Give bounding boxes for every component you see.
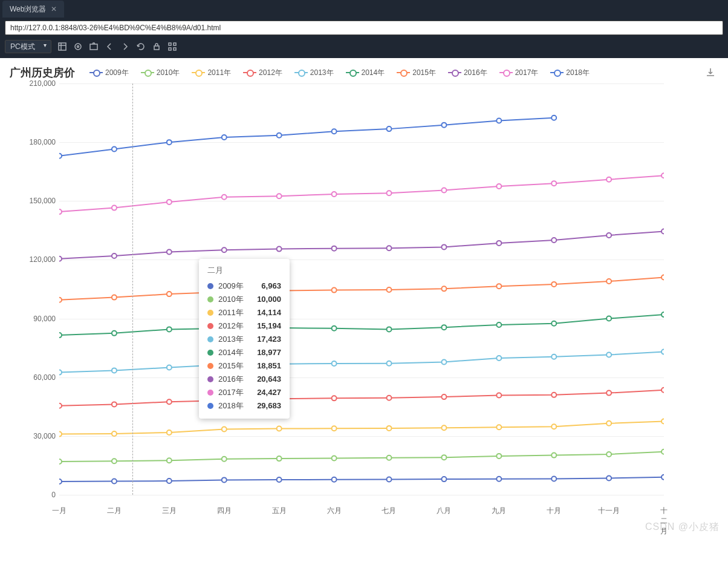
tooltip-value: 15,194 xyxy=(257,319,281,333)
forward-icon[interactable] xyxy=(120,42,130,51)
data-marker xyxy=(112,431,117,436)
data-marker xyxy=(167,478,172,483)
data-marker xyxy=(222,457,227,462)
tooltip-row: 2015年 18,851 xyxy=(207,359,281,373)
line-series xyxy=(59,452,664,462)
x-tick-label: 八月 xyxy=(437,506,451,516)
chart-header: 广州历史房价 2009年 2010年 2011年 2012年 2013年 201… xyxy=(6,63,716,83)
data-marker xyxy=(59,459,62,464)
gear-icon[interactable] xyxy=(73,42,83,51)
legend-item[interactable]: 2018年 xyxy=(550,68,590,78)
data-marker xyxy=(441,123,446,128)
data-marker xyxy=(59,370,62,375)
data-marker xyxy=(441,325,446,330)
data-marker xyxy=(332,396,337,400)
data-marker xyxy=(59,256,62,261)
qr-icon[interactable] xyxy=(167,42,177,51)
crosshair xyxy=(132,83,133,495)
legend-label: 2014年 xyxy=(362,68,385,78)
device-mode-select[interactable]: PC模式 xyxy=(5,40,51,53)
legend-item[interactable]: 2012年 xyxy=(243,68,282,78)
url-input[interactable] xyxy=(5,21,723,35)
data-marker xyxy=(222,135,227,140)
data-marker xyxy=(606,391,611,396)
data-marker xyxy=(332,361,337,366)
tooltip-dot xyxy=(207,336,213,342)
screenshot-icon[interactable] xyxy=(89,42,99,51)
data-marker xyxy=(386,327,391,331)
legend-item[interactable]: 2015年 xyxy=(397,68,436,78)
data-marker xyxy=(167,327,172,331)
refresh-icon[interactable] xyxy=(136,42,146,51)
data-marker xyxy=(167,399,172,404)
data-marker xyxy=(112,331,117,336)
download-icon[interactable] xyxy=(705,67,716,78)
legend-label: 2012年 xyxy=(259,68,282,78)
back-icon[interactable] xyxy=(105,42,114,51)
tooltip-dot xyxy=(207,283,213,289)
legend-label: 2017年 xyxy=(515,68,539,78)
tooltip-series-name: 2012年 xyxy=(218,319,244,333)
data-marker xyxy=(661,475,664,480)
data-marker xyxy=(222,477,227,482)
data-marker xyxy=(551,476,556,481)
data-marker xyxy=(112,295,117,300)
tooltip-value: 24,427 xyxy=(257,386,281,399)
legend-item[interactable]: 2017年 xyxy=(499,68,539,78)
legend-item[interactable]: 2013年 xyxy=(294,68,334,78)
svg-point-1 xyxy=(75,44,81,50)
data-marker xyxy=(59,298,62,302)
data-marker xyxy=(496,477,501,482)
data-marker xyxy=(496,322,501,327)
tooltip-row: 2013年 17,423 xyxy=(207,333,281,346)
tooltip: 二月 2009年 6,963 2010年 10,000 xyxy=(199,259,290,419)
legend-item[interactable]: 2016年 xyxy=(448,68,487,78)
close-icon[interactable]: ✕ xyxy=(51,5,57,13)
x-tick-label: 四月 xyxy=(217,506,232,516)
browser-tab[interactable]: Web浏览器 ✕ xyxy=(2,1,64,18)
tooltip-dot xyxy=(207,376,213,382)
data-marker xyxy=(441,188,446,192)
expand-icon[interactable] xyxy=(57,42,67,51)
legend-item[interactable]: 2014年 xyxy=(346,68,385,78)
data-marker xyxy=(386,191,391,195)
data-marker xyxy=(551,424,556,429)
y-tick-label: 60,000 xyxy=(33,373,56,382)
x-tick-label: 十一月 xyxy=(598,506,620,516)
tooltip-title: 二月 xyxy=(207,265,281,276)
legend-item[interactable]: 2011年 xyxy=(192,68,231,78)
data-marker xyxy=(386,477,391,482)
data-marker xyxy=(277,426,282,431)
data-marker xyxy=(496,241,501,246)
tooltip-series-name: 2016年 xyxy=(218,373,244,386)
y-tick-label: 30,000 xyxy=(33,432,56,440)
legend-marker xyxy=(448,70,461,76)
tooltip-dot xyxy=(207,323,213,329)
tooltip-value: 17,423 xyxy=(257,333,281,346)
legend-item[interactable]: 2009年 xyxy=(89,68,129,78)
data-marker xyxy=(606,352,611,357)
line-series xyxy=(59,477,664,482)
tooltip-series-name: 2009年 xyxy=(218,279,244,293)
legend-item[interactable]: 2010年 xyxy=(141,68,180,78)
x-tick-label: 十月 xyxy=(547,506,561,516)
data-marker xyxy=(606,452,611,457)
tooltip-value: 29,683 xyxy=(257,399,281,413)
legend-label: 2016年 xyxy=(464,68,487,78)
data-marker xyxy=(167,430,172,435)
tooltip-dot xyxy=(207,390,213,396)
y-tick-label: 180,000 xyxy=(30,138,56,146)
legend-marker xyxy=(243,70,256,76)
plot-area[interactable]: 030,00060,00090,000120,000150,000180,000… xyxy=(23,83,664,519)
svg-rect-5 xyxy=(169,43,171,45)
data-marker xyxy=(551,354,556,359)
tooltip-dot xyxy=(207,363,213,369)
lock-icon[interactable] xyxy=(152,42,161,51)
data-marker xyxy=(386,126,391,131)
legend: 2009年 2010年 2011年 2012年 2013年 2014年 2015… xyxy=(89,68,590,78)
x-tick-label: 九月 xyxy=(492,506,506,516)
data-marker xyxy=(167,292,172,296)
grid-line xyxy=(59,495,664,495)
tooltip-row: 2017年 24,427 xyxy=(207,386,281,399)
svg-rect-6 xyxy=(174,43,176,45)
